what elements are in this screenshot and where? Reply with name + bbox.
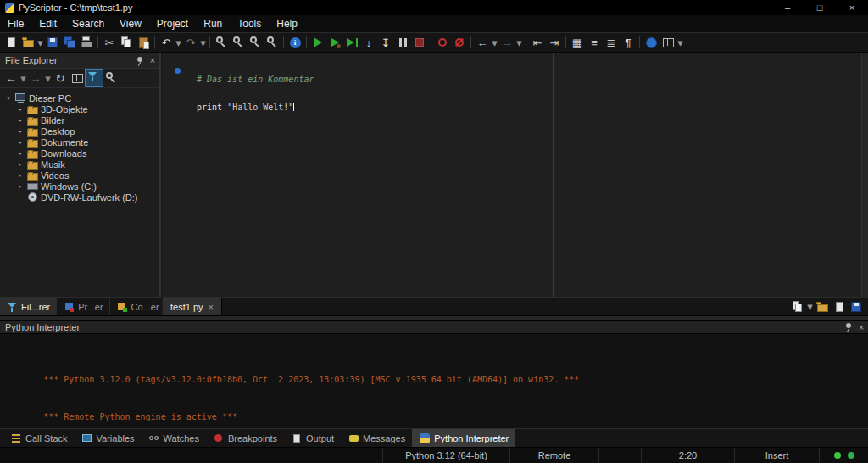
tree-item-downloads[interactable]: ▸ Downloads — [0, 148, 159, 159]
tree-item-dokumente[interactable]: ▸ Dokumente — [0, 137, 159, 148]
menu-project[interactable]: Project — [149, 15, 196, 32]
find-in-files-button[interactable] — [264, 34, 281, 51]
indent-button[interactable]: ⇥ — [546, 34, 563, 51]
close-panel-button[interactable]: × — [146, 53, 159, 67]
new-editor-group-button[interactable] — [814, 298, 831, 315]
run-button[interactable] — [309, 34, 326, 51]
disk-icon — [849, 299, 864, 315]
tree-expander[interactable]: ▸ — [17, 106, 24, 113]
menu-file[interactable]: File — [0, 15, 31, 32]
browse-back-dropdown[interactable]: ▾ — [491, 34, 498, 51]
minimize-button[interactable]: – — [771, 0, 804, 15]
stop-button[interactable] — [411, 34, 428, 51]
find-button[interactable] — [213, 34, 230, 51]
separator — [303, 34, 309, 51]
menu-edit[interactable]: Edit — [31, 15, 64, 32]
maximize-button[interactable]: □ — [804, 0, 836, 15]
copy-button[interactable] — [118, 34, 135, 51]
save-button[interactable] — [44, 34, 61, 51]
tree-item-desktop[interactable]: ▸ Desktop — [0, 126, 159, 137]
editor-scrollbar[interactable] — [861, 53, 868, 297]
tab-breakpoints[interactable]: Breakpoints — [206, 429, 284, 448]
open-file-dropdown[interactable]: ▾ — [36, 34, 44, 51]
close-tab-icon[interactable]: × — [209, 302, 214, 312]
tab-watches[interactable]: Watches — [142, 429, 206, 448]
tab-output[interactable]: Output — [284, 429, 341, 448]
new-file-button[interactable] — [3, 34, 19, 51]
tree-item-musik[interactable]: ▸ Musik — [0, 159, 159, 170]
tab-project-explorer[interactable]: Pr...er — [57, 298, 109, 315]
tree-expander[interactable]: ▸ — [17, 128, 24, 135]
columns-button[interactable]: ▦ — [569, 34, 586, 51]
tab-test1-py[interactable]: test1.py × — [163, 298, 222, 315]
close-button[interactable]: × — [836, 0, 868, 15]
tree-item-windows-c[interactable]: ▸ Windows (C:) — [0, 181, 159, 192]
undo-dropdown[interactable]: ▾ — [175, 34, 182, 51]
replace-button[interactable] — [247, 34, 264, 51]
paste-button[interactable] — [135, 34, 152, 51]
external-run-button[interactable] — [343, 34, 360, 51]
step-into-button[interactable]: ↧ — [377, 34, 394, 51]
print-button[interactable] — [78, 34, 95, 51]
tree-item-3d-objekte[interactable]: ▸ 3D-Objekte — [0, 103, 159, 114]
word-wrap-button[interactable]: ≣ — [603, 34, 620, 51]
tree-item-dvd-d[interactable]: DVD-RW-Laufwerk (D:) — [0, 192, 159, 203]
dedent-button[interactable]: ⇤ — [529, 34, 546, 51]
clear-breakpoints-button[interactable] — [451, 34, 468, 51]
editor-tab-bar: test1.py × ▾ — [163, 297, 868, 315]
save-file-button[interactable] — [848, 298, 865, 315]
tree-expander[interactable]: ▸ — [17, 117, 24, 124]
menu-tools[interactable]: Tools — [230, 15, 269, 32]
paste-icon — [136, 35, 151, 50]
explorer-filter-button[interactable] — [86, 70, 103, 86]
menu-run[interactable]: Run — [196, 15, 230, 32]
disk-icon — [45, 35, 60, 50]
code-area[interactable]: # Das ist ein Kommentar print "Hallo Wel… — [197, 56, 314, 131]
pin-panel-button[interactable] — [841, 321, 854, 334]
browse-forward-dropdown[interactable]: ▾ — [515, 34, 523, 51]
tab-python-interpreter[interactable]: Python Interpreter — [412, 429, 515, 448]
editor-pane[interactable]: # Das ist ein Kommentar print "Hallo Wel… — [163, 53, 868, 297]
pause-button[interactable] — [394, 34, 411, 51]
cut-button[interactable]: ✂ — [101, 34, 118, 51]
save-all-button[interactable] — [61, 34, 78, 51]
tree-expander[interactable]: ▸ — [17, 139, 24, 146]
run-to-cursor-button[interactable]: ↓ — [360, 34, 377, 51]
python-interpreter-console[interactable]: *** Python 3.12.0 (tags/v3.12.0:0fb18b0,… — [0, 334, 868, 428]
debug-tab-label: Python Interpreter — [434, 433, 509, 443]
syntax-check-button[interactable] — [287, 34, 303, 51]
explorer-back-dropdown[interactable]: ▾ — [19, 70, 27, 86]
tab-code-explorer[interactable]: Co...er — [110, 298, 166, 315]
tree-expander[interactable]: ▸ — [17, 150, 24, 157]
explorer-refresh-button[interactable]: ↻ — [52, 70, 69, 86]
tree-item-bilder[interactable]: ▸ Bilder — [0, 114, 159, 126]
tab-messages[interactable]: Messages — [341, 429, 412, 448]
debug-button[interactable] — [326, 34, 343, 51]
menu-search[interactable]: Search — [64, 15, 112, 32]
close-panel-button[interactable]: × — [854, 321, 868, 334]
tree-expander[interactable]: ▸ — [17, 183, 24, 190]
explorer-forward-dropdown[interactable]: ▾ — [44, 70, 52, 86]
line-numbers-button[interactable]: ≡ — [586, 34, 603, 51]
tab-file-explorer[interactable]: Fil...rer — [0, 298, 57, 315]
explorer-view-button[interactable] — [69, 70, 86, 86]
window-list-dropdown[interactable]: ▾ — [806, 298, 814, 315]
tree-expander[interactable]: ▸ — [17, 172, 24, 179]
language-button[interactable] — [643, 34, 659, 51]
pin-panel-button[interactable] — [132, 53, 146, 67]
find-next-button[interactable] — [230, 34, 247, 51]
layout-dropdown[interactable]: ▾ — [676, 34, 684, 51]
explorer-search-button[interactable] — [103, 70, 120, 86]
tree-expander[interactable]: ▸ — [17, 161, 24, 168]
menu-help[interactable]: Help — [269, 15, 305, 32]
detach-editor-button[interactable] — [831, 298, 848, 315]
toggle-breakpoint-button[interactable] — [434, 34, 451, 51]
redo-dropdown[interactable]: ▾ — [199, 34, 207, 51]
menu-view[interactable]: View — [112, 15, 149, 32]
tree-item-dieser-pc[interactable]: ▾ Dieser PC — [0, 92, 159, 103]
tree-item-videos[interactable]: ▸ Videos — [0, 170, 159, 181]
tree-expander[interactable]: ▾ — [5, 95, 12, 102]
tab-variables[interactable]: Variables — [75, 429, 142, 448]
tab-call-stack[interactable]: Call Stack — [3, 429, 75, 448]
special-chars-button[interactable]: ¶ — [620, 34, 637, 51]
